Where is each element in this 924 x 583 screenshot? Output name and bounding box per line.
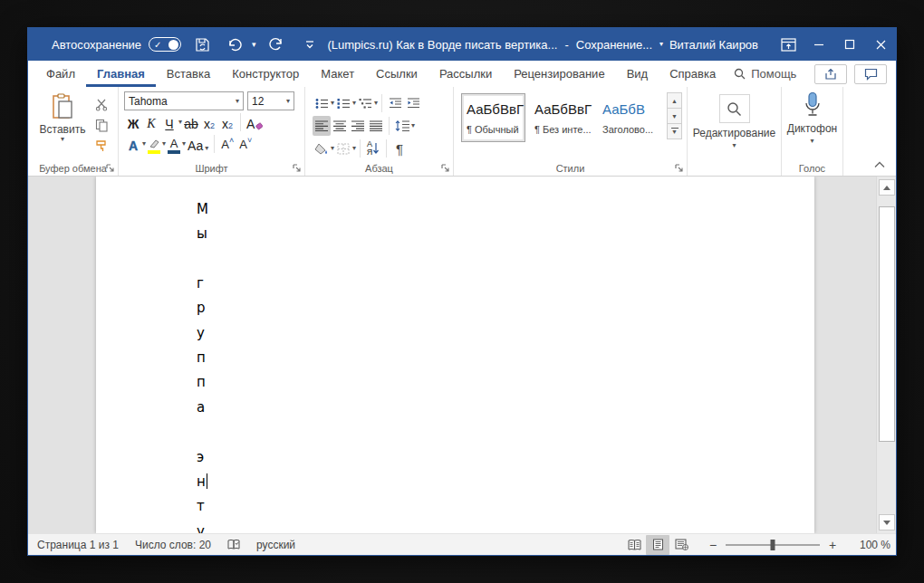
font-dialog-launcher[interactable] [293, 164, 301, 172]
tab-references[interactable]: Ссылки [365, 61, 428, 87]
tab-layout[interactable]: Макет [310, 61, 365, 87]
tab-design[interactable]: Конструктор [221, 61, 310, 87]
proofing-status[interactable] [227, 539, 240, 550]
format-painter-button[interactable] [91, 137, 111, 155]
zoom-out-button[interactable]: − [706, 538, 720, 552]
decrease-indent-button[interactable] [386, 93, 404, 113]
tab-mailings[interactable]: Рассылки [428, 61, 503, 87]
editing-caret: ▾ [732, 142, 736, 149]
styles-dialog-launcher[interactable] [675, 164, 683, 172]
minimize-button[interactable] [804, 28, 834, 61]
numbering-button[interactable] [334, 93, 352, 113]
zoom-level[interactable]: 100 % [847, 539, 890, 551]
text-effects-button[interactable]: А [124, 134, 142, 154]
share-button[interactable] [814, 64, 847, 84]
shading-button[interactable] [313, 139, 331, 158]
multilevel-list-button[interactable] [356, 93, 374, 113]
ribbon-display-options-button[interactable] [773, 28, 804, 61]
scroll-up-button[interactable] [879, 179, 895, 196]
paragraph-dialog-launcher[interactable] [441, 164, 449, 172]
vertical-scrollbar[interactable] [876, 177, 896, 533]
collapse-ribbon-button[interactable] [874, 161, 885, 168]
tab-review[interactable]: Рецензирование [503, 61, 615, 87]
redo-button[interactable] [265, 33, 289, 56]
justify-button[interactable] [367, 116, 385, 136]
print-layout-button[interactable] [646, 535, 669, 555]
show-formatting-marks-button[interactable]: ¶ [390, 139, 409, 158]
customize-toolbar-icon [304, 39, 315, 50]
grow-font-button[interactable]: А˄ [218, 138, 236, 151]
group-font: Tahoma ▾ 12 ▾ Ж К Ч ▾ ab x2 x2 [119, 87, 305, 176]
increase-indent-button[interactable] [404, 93, 422, 113]
clear-formatting-button[interactable]: А [245, 112, 265, 132]
word-count[interactable]: Число слов: 20 [135, 539, 211, 551]
page-indicator[interactable]: Страница 1 из 1 [37, 539, 119, 551]
highlight-button[interactable] [146, 134, 162, 154]
vertical-text: М ы г р у п п а э н т у [197, 196, 208, 533]
zoom-in-button[interactable]: + [825, 538, 840, 552]
undo-dropdown-caret[interactable]: ▾ [252, 40, 256, 49]
multilevel-caret[interactable]: ▾ [374, 100, 378, 107]
style-normal[interactable]: АаБбВвГ ¶ Обычный [461, 93, 525, 142]
subscript-button[interactable]: x2 [200, 112, 218, 132]
superscript-button[interactable]: x2 [218, 112, 236, 132]
styles-scroll-down-button[interactable]: ▼ [667, 108, 682, 124]
paste-dropdown-caret[interactable]: ▾ [61, 136, 64, 143]
change-case-button[interactable]: Аа▾ [186, 134, 210, 154]
microphone-icon [803, 91, 823, 119]
close-button[interactable] [865, 28, 896, 61]
line-spacing-button[interactable] [393, 116, 411, 136]
editing-button[interactable]: Редактирование ▾ [688, 91, 781, 149]
zoom-slider-handle[interactable] [771, 540, 775, 550]
style-no-spacing[interactable]: АаБбВвГ ¶ Без инте... [529, 93, 593, 142]
tab-file[interactable]: Файл [35, 61, 86, 87]
comments-button[interactable] [854, 64, 887, 84]
scroll-down-button[interactable] [879, 514, 895, 530]
voice-group-label: Голос [782, 163, 842, 174]
tab-view[interactable]: Вид [616, 61, 659, 87]
title-dropdown-caret[interactable]: ▾ [659, 41, 663, 48]
autosave-toggle[interactable]: ✓ [149, 37, 181, 52]
shrink-font-button[interactable]: А˅ [236, 138, 255, 151]
bold-button[interactable]: Ж [124, 112, 142, 132]
zoom-slider-track[interactable] [726, 544, 820, 546]
search-box[interactable]: Помощь [727, 61, 804, 87]
dictate-button[interactable]: Диктофон ▾ [782, 91, 842, 145]
ribbon-tabs: Файл Главная Вставка Конструктор Макет С… [28, 61, 896, 87]
ribbon: Вставить ▾ [28, 87, 896, 177]
customize-quick-access-button[interactable] [298, 33, 322, 56]
maximize-button[interactable] [834, 28, 865, 61]
save-button[interactable] [190, 33, 214, 56]
strikethrough-button[interactable]: ab [182, 112, 200, 132]
styles-gallery-more-button[interactable]: ▼ [667, 123, 682, 139]
cut-button[interactable] [91, 95, 111, 113]
align-right-button[interactable] [349, 116, 367, 136]
font-name-combobox[interactable]: Tahoma ▾ [124, 91, 244, 110]
align-left-button[interactable] [313, 116, 331, 136]
clipboard-dialog-launcher[interactable] [106, 164, 114, 172]
align-center-button[interactable] [331, 116, 349, 136]
italic-button[interactable]: К [142, 112, 160, 132]
font-color-button[interactable]: А [166, 134, 182, 154]
borders-button[interactable] [334, 139, 352, 158]
borders-caret[interactable]: ▾ [352, 145, 356, 152]
sort-button[interactable]: АЯ [364, 139, 382, 158]
copy-button[interactable] [91, 116, 111, 134]
scrollbar-thumb[interactable] [879, 206, 895, 442]
divider [381, 94, 382, 112]
language-indicator[interactable]: русский [256, 539, 295, 551]
tab-insert[interactable]: Вставка [156, 61, 221, 87]
paste-button[interactable]: Вставить ▾ [41, 93, 84, 155]
tab-home[interactable]: Главная [86, 61, 156, 87]
line-spacing-caret[interactable]: ▾ [411, 122, 415, 129]
style-heading1[interactable]: АаБбВ Заголово... [597, 93, 661, 142]
underline-button[interactable]: Ч [160, 112, 178, 132]
document-canvas[interactable]: М ы г р у п п а э н т у [28, 177, 896, 533]
undo-button[interactable] [223, 33, 246, 56]
styles-scroll-up-button[interactable]: ▲ [667, 92, 682, 109]
tab-help[interactable]: Справка [659, 61, 727, 87]
web-layout-button[interactable] [669, 535, 693, 555]
bullets-button[interactable] [313, 93, 331, 113]
font-size-combobox[interactable]: 12 ▾ [247, 91, 294, 110]
read-mode-button[interactable] [622, 535, 646, 555]
